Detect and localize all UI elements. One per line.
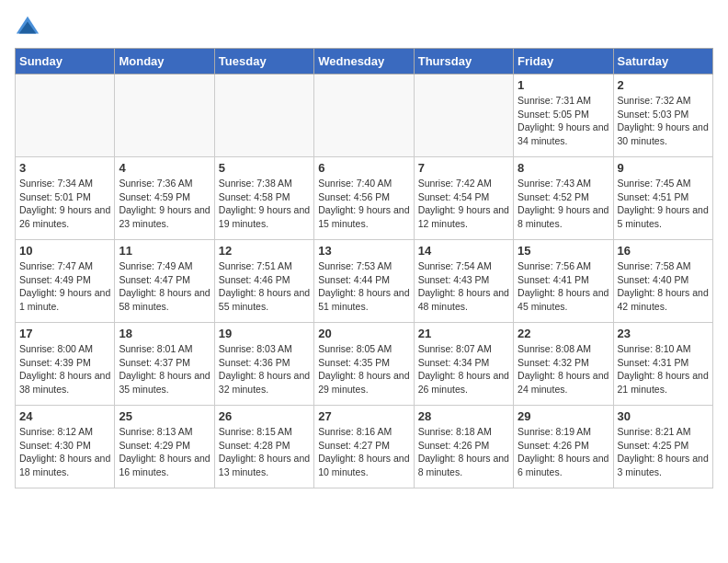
calendar-cell: 11Sunrise: 7:49 AM Sunset: 4:47 PM Dayli… [115,240,214,323]
day-number: 9 [618,161,709,175]
calendar-cell: 7Sunrise: 7:42 AM Sunset: 4:54 PM Daylig… [414,157,513,240]
week-row-0: 1Sunrise: 7:31 AM Sunset: 5:05 PM Daylig… [16,75,713,157]
weekday-header-wednesday: Wednesday [314,49,414,75]
week-row-4: 24Sunrise: 8:12 AM Sunset: 4:30 PM Dayli… [16,406,713,488]
calendar-cell: 28Sunrise: 8:18 AM Sunset: 4:26 PM Dayli… [414,406,513,488]
calendar-cell: 25Sunrise: 8:13 AM Sunset: 4:29 PM Dayli… [115,406,214,488]
weekday-header-thursday: Thursday [414,49,513,75]
weekday-header-friday: Friday [514,49,613,75]
day-number: 11 [119,244,210,258]
calendar-cell: 17Sunrise: 8:00 AM Sunset: 4:39 PM Dayli… [16,323,115,406]
day-info: Sunrise: 8:18 AM Sunset: 4:26 PM Dayligh… [418,425,509,479]
day-info: Sunrise: 8:15 AM Sunset: 4:28 PM Dayligh… [219,425,310,479]
weekday-header-saturday: Saturday [613,49,712,75]
calendar-table: SundayMondayTuesdayWednesdayThursdayFrid… [15,48,713,488]
week-row-2: 10Sunrise: 7:47 AM Sunset: 4:49 PM Dayli… [16,240,713,323]
day-info: Sunrise: 7:58 AM Sunset: 4:40 PM Dayligh… [618,259,709,314]
day-number: 27 [318,409,409,423]
logo [15,15,44,40]
day-info: Sunrise: 7:38 AM Sunset: 4:58 PM Dayligh… [219,177,310,231]
calendar-cell: 4Sunrise: 7:36 AM Sunset: 4:59 PM Daylig… [115,157,214,240]
day-info: Sunrise: 8:12 AM Sunset: 4:30 PM Dayligh… [19,425,110,479]
calendar-cell: 6Sunrise: 7:40 AM Sunset: 4:56 PM Daylig… [314,157,414,240]
day-number: 6 [318,161,409,175]
day-number: 15 [518,244,609,258]
day-info: Sunrise: 7:36 AM Sunset: 4:59 PM Dayligh… [119,177,210,231]
day-number: 25 [119,409,210,423]
day-info: Sunrise: 7:31 AM Sunset: 5:05 PM Dayligh… [518,94,609,148]
day-number: 2 [618,78,709,92]
calendar-cell: 22Sunrise: 8:08 AM Sunset: 4:32 PM Dayli… [514,323,613,406]
calendar-cell: 13Sunrise: 7:53 AM Sunset: 4:44 PM Dayli… [314,240,414,323]
weekday-header-row: SundayMondayTuesdayWednesdayThursdayFrid… [16,49,713,75]
calendar-cell: 19Sunrise: 8:03 AM Sunset: 4:36 PM Dayli… [214,323,313,406]
day-number: 10 [19,244,110,258]
day-number: 4 [119,161,210,175]
day-number: 17 [19,327,110,340]
calendar-cell: 30Sunrise: 8:21 AM Sunset: 4:25 PM Dayli… [613,406,712,488]
day-number: 3 [19,161,110,175]
day-number: 22 [518,327,609,340]
calendar-cell: 2Sunrise: 7:32 AM Sunset: 5:03 PM Daylig… [613,75,712,157]
day-info: Sunrise: 8:13 AM Sunset: 4:29 PM Dayligh… [119,425,210,479]
day-info: Sunrise: 7:43 AM Sunset: 4:52 PM Dayligh… [518,177,609,231]
day-info: Sunrise: 7:51 AM Sunset: 4:46 PM Dayligh… [219,259,310,314]
calendar-cell: 20Sunrise: 8:05 AM Sunset: 4:35 PM Dayli… [314,323,414,406]
day-number: 23 [618,327,709,340]
day-number: 12 [219,244,310,258]
weekday-header-monday: Monday [115,49,214,75]
day-info: Sunrise: 7:40 AM Sunset: 4:56 PM Dayligh… [318,177,409,231]
calendar-cell: 18Sunrise: 8:01 AM Sunset: 4:37 PM Dayli… [115,323,214,406]
day-info: Sunrise: 7:45 AM Sunset: 4:51 PM Dayligh… [618,177,709,231]
day-info: Sunrise: 8:03 AM Sunset: 4:36 PM Dayligh… [219,342,310,396]
calendar-cell: 8Sunrise: 7:43 AM Sunset: 4:52 PM Daylig… [514,157,613,240]
day-number: 8 [518,161,609,175]
day-number: 30 [618,409,709,423]
logo-inner [15,15,44,40]
day-number: 16 [618,244,709,258]
day-info: Sunrise: 7:54 AM Sunset: 4:43 PM Dayligh… [418,259,509,314]
calendar-cell: 27Sunrise: 8:16 AM Sunset: 4:27 PM Dayli… [314,406,414,488]
calendar-cell [115,75,214,157]
day-number: 24 [19,409,110,423]
day-info: Sunrise: 7:42 AM Sunset: 4:54 PM Dayligh… [418,177,509,231]
calendar-cell: 14Sunrise: 7:54 AM Sunset: 4:43 PM Dayli… [414,240,513,323]
weekday-header-sunday: Sunday [16,49,115,75]
calendar-cell [314,75,414,157]
day-info: Sunrise: 7:47 AM Sunset: 4:49 PM Dayligh… [19,259,110,314]
day-info: Sunrise: 7:34 AM Sunset: 5:01 PM Dayligh… [19,177,110,231]
day-info: Sunrise: 7:53 AM Sunset: 4:44 PM Dayligh… [318,259,409,314]
week-row-1: 3Sunrise: 7:34 AM Sunset: 5:01 PM Daylig… [16,157,713,240]
day-info: Sunrise: 7:32 AM Sunset: 5:03 PM Dayligh… [618,94,709,148]
day-info: Sunrise: 8:16 AM Sunset: 4:27 PM Dayligh… [318,425,409,479]
calendar-cell [414,75,513,157]
calendar-cell: 29Sunrise: 8:19 AM Sunset: 4:26 PM Dayli… [514,406,613,488]
day-info: Sunrise: 8:19 AM Sunset: 4:26 PM Dayligh… [518,425,609,479]
day-number: 26 [219,409,310,423]
day-number: 21 [418,327,509,340]
calendar-cell: 3Sunrise: 7:34 AM Sunset: 5:01 PM Daylig… [16,157,115,240]
day-number: 20 [318,327,409,340]
calendar-cell [16,75,115,157]
calendar-cell: 10Sunrise: 7:47 AM Sunset: 4:49 PM Dayli… [16,240,115,323]
day-number: 14 [418,244,509,258]
day-info: Sunrise: 7:56 AM Sunset: 4:41 PM Dayligh… [518,259,609,314]
day-info: Sunrise: 8:07 AM Sunset: 4:34 PM Dayligh… [418,342,509,396]
day-number: 13 [318,244,409,258]
week-row-3: 17Sunrise: 8:00 AM Sunset: 4:39 PM Dayli… [16,323,713,406]
calendar-cell: 9Sunrise: 7:45 AM Sunset: 4:51 PM Daylig… [613,157,712,240]
calendar-cell: 16Sunrise: 7:58 AM Sunset: 4:40 PM Dayli… [613,240,712,323]
day-number: 28 [418,409,509,423]
calendar-cell: 12Sunrise: 7:51 AM Sunset: 4:46 PM Dayli… [214,240,313,323]
weekday-header-tuesday: Tuesday [214,49,313,75]
day-number: 29 [518,409,609,423]
calendar-cell: 23Sunrise: 8:10 AM Sunset: 4:31 PM Dayli… [613,323,712,406]
day-number: 1 [518,78,609,92]
calendar-cell [214,75,313,157]
day-info: Sunrise: 8:10 AM Sunset: 4:31 PM Dayligh… [618,342,709,396]
page-header [15,15,713,40]
calendar-cell: 21Sunrise: 8:07 AM Sunset: 4:34 PM Dayli… [414,323,513,406]
day-number: 5 [219,161,310,175]
day-info: Sunrise: 8:00 AM Sunset: 4:39 PM Dayligh… [19,342,110,396]
day-number: 18 [119,327,210,340]
